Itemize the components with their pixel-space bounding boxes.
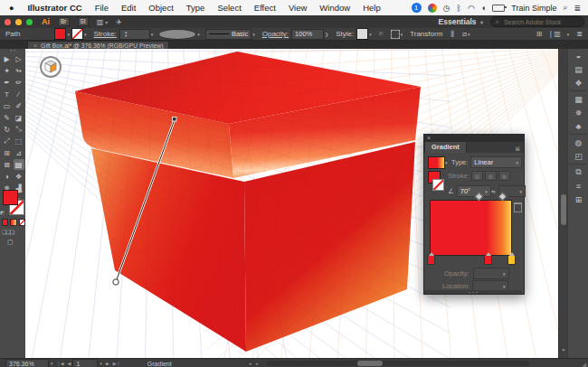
window-resize-grip[interactable]: ◢ [582,361,586,367]
menu-item-object[interactable]: Object [142,0,179,15]
symbols-panel-icon[interactable]: ✵ [568,106,588,119]
variable-width-chevron[interactable]: ▾ [197,32,200,37]
opacity-field[interactable]: 100% [291,29,324,40]
pencil-tool[interactable]: ✎ [2,112,13,123]
menu-item-type[interactable]: Type [180,0,212,15]
gradient-origin-handle[interactable] [113,279,119,285]
bluetooth-icon[interactable]: ᛒ [457,4,461,13]
menu-item-window[interactable]: Window [313,0,356,15]
mesh-tool[interactable]: ⊠ [2,159,13,170]
style-swatch[interactable] [356,28,368,40]
gradient-end-handle[interactable] [173,118,177,122]
blend-tool[interactable]: ❖ [14,171,24,182]
horizontal-scrollbar[interactable] [267,361,529,366]
eyedropper-tool[interactable]: ◑ [2,171,13,182]
color-button[interactable] [2,219,8,226]
close-tab-icon[interactable]: × [33,42,37,49]
perspective-grid-tool[interactable]: ⊿ [14,147,24,158]
shape-properties-icon[interactable]: ⧄ [462,30,467,39]
stock-search-input[interactable] [502,18,569,26]
select-similar-chevron[interactable]: ▾ [401,32,403,37]
menu-item-view[interactable]: View [282,0,313,15]
scroll-left-icon[interactable]: ▸ [250,361,252,366]
stroke-within-icon[interactable]: ▤ [471,171,483,181]
grid-view-icon[interactable]: ⊞ [536,30,543,38]
brush-definition-menu[interactable]: Basic [205,29,251,40]
transform-link[interactable]: Transform [410,30,442,38]
plane-switching-widget[interactable] [41,57,61,77]
appearance-panel-icon[interactable]: ◰ [568,149,588,163]
stock-button[interactable]: St [78,17,89,26]
selection-tool[interactable]: ▶ [2,53,13,64]
transparency-panel-icon[interactable]: ◍ [568,136,588,149]
menubar-account-name[interactable]: Train Simple [511,4,556,13]
opacity-label[interactable]: Opacity: [262,30,289,38]
gradient-stop-2[interactable] [507,255,516,265]
panel-layout-chevron[interactable]: ▾ [567,32,570,37]
style-chevron[interactable]: ▾ [369,32,372,37]
share-icon[interactable]: ✈ [116,18,122,26]
panel-menu-icon[interactable]: ≣ [515,146,524,153]
battery-icon[interactable] [492,5,505,12]
close-window-button[interactable] [5,19,11,25]
color-guide-panel-icon[interactable]: ❖ [568,76,588,89]
gradient-panel-icon[interactable]: ▤ [568,62,588,76]
shape-builder-tool[interactable]: ⊞ [2,147,13,158]
fill-swatch[interactable] [3,190,18,205]
stroke-color-swatch[interactable] [71,28,83,40]
gradient-tool[interactable]: ▤ [14,159,24,170]
fill-color-swatch[interactable] [54,28,66,40]
menu-item-edit[interactable]: Edit [115,0,142,15]
curvature-tool[interactable]: ✏ [14,77,24,88]
stroke-weight-chevron[interactable]: ▾ [151,32,154,37]
creative-cloud-icon[interactable] [428,4,437,13]
select-similar-icon[interactable] [391,30,400,39]
arrange-documents-chevron[interactable]: ▾ [105,19,108,25]
maximize-window-button[interactable] [26,19,33,25]
gradient-panel-tab[interactable]: Gradient [424,141,467,153]
workspace-switcher[interactable]: Essentials ▾ [439,17,483,26]
gradient-stop-1[interactable] [484,255,492,265]
notification-center-icon[interactable]: ≣ [574,4,581,13]
menu-list-icon[interactable]: ≣ [576,30,583,38]
gradient-button[interactable] [10,219,16,226]
zoom-level-field[interactable]: 376.36% [5,359,49,367]
gradient-slider[interactable] [430,200,512,256]
gradient-type-select[interactable]: Linear ▾ [470,156,522,168]
gradient-preset-chevron[interactable]: ▾ [445,160,448,165]
width-tool[interactable]: ⤢ [2,136,13,146]
menu-item-effect[interactable]: Effect [248,0,282,15]
pen-tool[interactable]: ✒ [2,77,13,88]
drawing-modes-icon[interactable]: ❏❏❏ [2,229,14,235]
scale-tool[interactable]: ⤡ [14,124,24,135]
screen-mode-icon[interactable]: ▢ [7,239,14,246]
export-panel-icon[interactable]: ⧉ [568,165,588,179]
zoom-chevron[interactable]: ▾ [51,361,53,366]
next-artboard-icon[interactable]: ▶ [106,361,109,366]
horizontal-scrollbar-thumb[interactable] [357,361,383,366]
stroke-weight-stepper[interactable]: ▲▼ [123,31,129,38]
time-machine-icon[interactable]: ◷ [443,4,450,13]
gradient-preset-thumbnail[interactable] [428,156,445,169]
scroll-right-icon[interactable]: ◂ [255,361,258,366]
gradient-angle-field[interactable]: 70° ▾ [457,185,491,197]
brush-chevron[interactable]: ▾ [252,32,255,37]
scroll-down-icon[interactable]: ▼ [560,347,567,353]
artboard-chevron[interactable]: ▾ [100,361,102,366]
swap-fill-stroke-icon[interactable]: ⇄ [18,188,23,194]
paintbrush-tool[interactable]: ✐ [14,100,24,111]
magic-wand-tool[interactable]: ✦ [2,65,13,76]
free-transform-tool[interactable]: ⬚ [14,136,24,146]
default-fill-stroke-icon[interactable]: ◩ [0,210,5,215]
minimize-window-button[interactable] [15,19,22,25]
panel-resize-grip[interactable] [424,290,522,294]
menu-item-help[interactable]: Help [356,0,387,15]
align-icon[interactable]: ⫼ [450,30,454,39]
lasso-tool[interactable]: ↬ [14,65,24,76]
direct-selection-tool[interactable]: ▷ [14,53,24,64]
stroke-across-icon[interactable]: ▧ [498,171,510,181]
graphic-styles-panel-icon[interactable]: ♣ [568,119,588,133]
menu-item-file[interactable]: File [89,0,115,15]
menu-item-illustrator-cc[interactable]: Illustrator CC [21,0,88,15]
spotlight-search-icon[interactable]: ⌕ [563,3,567,13]
